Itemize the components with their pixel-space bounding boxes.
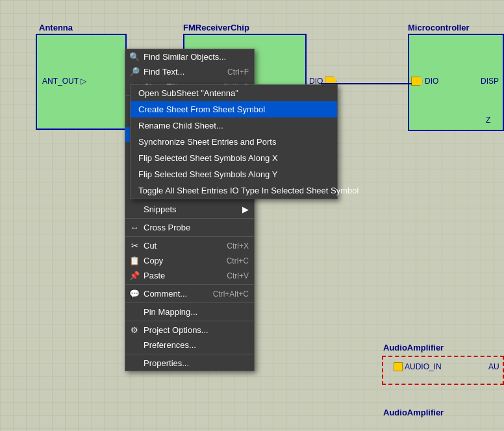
properties-item[interactable]: Properties...: [125, 356, 254, 371]
microcontroller-label: Microcontroller: [408, 23, 470, 32]
antenna-label: Antenna: [39, 23, 73, 32]
project-options-icon: ⚙: [129, 325, 140, 336]
find-text-item[interactable]: 🔎 Find Text... Ctrl+F: [125, 64, 254, 79]
find-text-icon: 🔎: [129, 67, 140, 77]
cut-icon: ✂: [129, 241, 140, 251]
z-label: Z: [486, 116, 490, 125]
preferences-item[interactable]: Preferences...: [125, 338, 254, 352]
rename-child-item[interactable]: Rename Child Sheet...: [131, 117, 337, 134]
audio-amplifier-1-label: AudioAmplifier: [383, 343, 444, 352]
sheet-symbol-submenu: Open SubSheet "Antenna" Create Sheet Fro…: [130, 84, 338, 199]
separator-5: [125, 302, 254, 303]
flip-x-item[interactable]: Flip Selected Sheet Symbols Along X: [131, 150, 337, 166]
copy-icon: 📋: [129, 256, 140, 266]
project-options-item[interactable]: ⚙ Project Options...: [125, 323, 254, 338]
audio-amplifier-2-label: AudioAmplifier: [383, 408, 444, 417]
separator-6: [125, 321, 254, 321]
find-similar-item[interactable]: 🔍 Find Similar Objects...: [125, 49, 254, 64]
cross-probe-item[interactable]: ↔ Cross Probe: [125, 220, 254, 235]
separator-3: [125, 236, 254, 237]
fmreceiver-label: FMReceiverChip: [183, 23, 249, 32]
ant-out-port: ANT_OUT ▷: [42, 77, 86, 86]
create-sheet-item[interactable]: Create Sheet From Sheet Symbol: [131, 101, 337, 117]
toggle-io-item[interactable]: Toggle All Sheet Entries IO Type In Sele…: [131, 182, 337, 199]
snippets-item[interactable]: Snippets ▶: [125, 202, 254, 217]
cut-item[interactable]: ✂ Cut Ctrl+X: [125, 238, 254, 253]
flip-y-item[interactable]: Flip Selected Sheet Symbols Along Y: [131, 166, 337, 182]
synchronize-item[interactable]: Synchronize Sheet Entries and Ports: [131, 134, 337, 150]
dio-port-2: DIO: [411, 77, 438, 86]
separator-7: [125, 354, 254, 354]
copy-item[interactable]: 📋 Copy Ctrl+C: [125, 253, 254, 268]
open-subsheet-item[interactable]: Open SubSheet "Antenna": [131, 85, 337, 101]
comment-item[interactable]: 💬 Comment... Ctrl+Alt+C: [125, 286, 254, 301]
find-similar-icon: 🔍: [129, 52, 140, 62]
audio-in-port: AUDIO_IN: [394, 362, 442, 371]
comment-icon: 💬: [129, 289, 140, 299]
paste-icon: 📌: [129, 271, 140, 281]
paste-item[interactable]: 📌 Paste Ctrl+V: [125, 268, 254, 283]
separator-2: [125, 218, 254, 219]
audio-out-label: AU: [488, 362, 499, 371]
separator-4: [125, 284, 254, 285]
disp-port: DISP: [481, 77, 499, 86]
pin-mapping-item[interactable]: Pin Mapping...: [125, 304, 254, 319]
cross-probe-icon: ↔: [129, 223, 140, 233]
